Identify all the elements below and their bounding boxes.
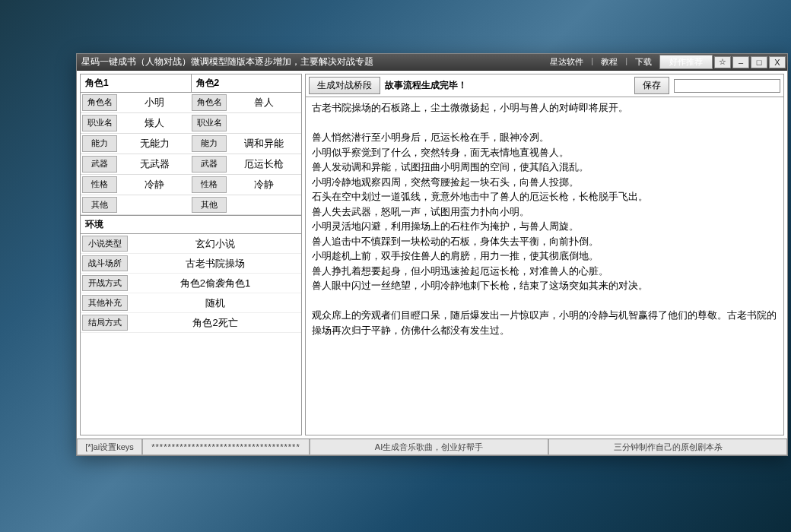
- char-label-button[interactable]: 其他: [82, 197, 117, 213]
- char2-weapon[interactable]: 厄运长枪: [228, 154, 300, 174]
- char1-ability[interactable]: 无能力: [119, 134, 190, 154]
- window-controls: ☆ – □ X: [713, 56, 786, 68]
- char-label-button[interactable]: 性格: [192, 176, 227, 193]
- link-download[interactable]: 下载: [632, 55, 655, 68]
- env-header: 环境: [81, 215, 301, 234]
- character-header: 角色1 角色2: [81, 74, 301, 93]
- char-label-button[interactable]: 武器: [82, 156, 117, 173]
- env-row: 开战方式 角色2偷袭角色1: [81, 274, 301, 293]
- env-extra[interactable]: 随机: [129, 294, 301, 312]
- env-row: 其他补充 随机: [81, 293, 301, 313]
- char-label-button[interactable]: 角色名: [192, 94, 227, 111]
- char-label-button[interactable]: 角色名: [82, 94, 117, 111]
- status-text: 故事流程生成完毕！: [385, 79, 467, 92]
- char-row: 职业名 矮人 职业名: [81, 113, 301, 134]
- env-row: 小说类型 玄幻小说: [81, 234, 301, 254]
- col-header-char2: 角色2: [192, 74, 302, 92]
- char2-trait[interactable]: 冷静: [228, 175, 300, 195]
- char1-trait[interactable]: 冷静: [119, 175, 190, 195]
- char-label-button[interactable]: 能力: [82, 135, 117, 152]
- right-toolbar: 生成对战桥段 故事流程生成完毕！ 保存: [306, 74, 783, 97]
- char-row: 武器 无武器 武器 厄运长枪: [81, 154, 301, 175]
- masked-key-display: *************************************: [142, 439, 310, 455]
- story-output[interactable]: 古老书院操场的石板路上，尘土微微扬起，小明与兽人的对峙即将展开。 兽人悄然潜行至…: [306, 97, 783, 435]
- char1-weapon[interactable]: 无武器: [119, 154, 190, 174]
- ai-keys-button[interactable]: [*]ai设置keys: [77, 439, 142, 455]
- app-window: 星码一键成书（人物对战）微调模型随版本逐步增加，主要解决对战专题 星达软件| 教…: [76, 53, 788, 456]
- char2-ability[interactable]: 调和异能: [228, 134, 300, 154]
- char-row: 其他 其他: [81, 195, 301, 215]
- save-filename-input[interactable]: [674, 79, 780, 93]
- env-row: 结局方式 角色2死亡: [81, 313, 301, 333]
- char-label-button[interactable]: 能力: [192, 135, 227, 152]
- main-area: 角色1 角色2 角色名 小明 角色名 兽人 职业名 矮人 职业名 能力: [77, 71, 787, 439]
- char-label-button[interactable]: 武器: [192, 156, 227, 173]
- char-row: 性格 冷静 性格 冷静: [81, 175, 301, 195]
- favorite-icon[interactable]: ☆: [714, 56, 731, 68]
- promo-music-button[interactable]: AI生成音乐歌曲，创业好帮手: [310, 439, 548, 455]
- env-label-button[interactable]: 小说类型: [82, 236, 128, 252]
- character-rows: 角色名 小明 角色名 兽人 职业名 矮人 职业名 能力 无能力 能力 调和异能: [81, 93, 301, 215]
- char1-other[interactable]: [119, 195, 190, 214]
- char-label-button[interactable]: 职业名: [82, 115, 117, 131]
- char1-job[interactable]: 矮人: [119, 113, 190, 133]
- char2-other[interactable]: [228, 195, 300, 214]
- recommend-button[interactable]: 好作推荐: [659, 55, 713, 69]
- minimize-button[interactable]: –: [732, 56, 749, 68]
- env-ending[interactable]: 角色2死亡: [129, 314, 301, 332]
- char1-name[interactable]: 小明: [119, 93, 190, 112]
- maximize-button[interactable]: □: [751, 56, 767, 68]
- titlebar-links: 星达软件| 教程| 下载: [547, 55, 655, 68]
- env-label-button[interactable]: 战斗场所: [82, 255, 128, 271]
- char-row: 角色名 小明 角色名 兽人: [81, 93, 301, 113]
- char-row: 能力 无能力 能力 调和异能: [81, 134, 301, 154]
- char2-job[interactable]: [228, 113, 300, 133]
- env-label-button[interactable]: 开战方式: [82, 275, 128, 291]
- titlebar: 星码一键成书（人物对战）微调模型随版本逐步增加，主要解决对战专题 星达软件| 教…: [77, 54, 787, 71]
- char-label-button[interactable]: 性格: [82, 176, 117, 193]
- char2-name[interactable]: 兽人: [228, 93, 300, 112]
- char-label-button[interactable]: 职业名: [192, 115, 227, 131]
- env-row: 战斗场所 古老书院操场: [81, 254, 301, 274]
- env-label-button[interactable]: 结局方式: [82, 315, 128, 331]
- generate-button[interactable]: 生成对战桥段: [309, 77, 380, 94]
- window-title: 星码一键成书（人物对战）微调模型随版本逐步增加，主要解决对战专题: [81, 55, 547, 68]
- link-software[interactable]: 星达软件: [547, 55, 586, 68]
- link-tutorial[interactable]: 教程: [598, 55, 621, 68]
- env-label-button[interactable]: 其他补充: [82, 295, 128, 311]
- save-button[interactable]: 保存: [634, 77, 669, 94]
- right-panel: 生成对战桥段 故事流程生成完毕！ 保存 古老书院操场的石板路上，尘土微微扬起，小…: [305, 74, 784, 435]
- promo-script-button[interactable]: 三分钟制作自己的原创剧本杀: [548, 439, 787, 455]
- env-novel-type[interactable]: 玄幻小说: [129, 235, 301, 253]
- close-button[interactable]: X: [769, 56, 786, 68]
- char-label-button[interactable]: 其他: [192, 197, 227, 213]
- bottom-bar: [*]ai设置keys ****************************…: [77, 439, 787, 455]
- left-panel: 角色1 角色2 角色名 小明 角色名 兽人 职业名 矮人 职业名 能力: [80, 74, 302, 435]
- col-header-char1: 角色1: [81, 74, 192, 92]
- env-location[interactable]: 古老书院操场: [129, 255, 301, 273]
- env-start[interactable]: 角色2偷袭角色1: [129, 274, 301, 293]
